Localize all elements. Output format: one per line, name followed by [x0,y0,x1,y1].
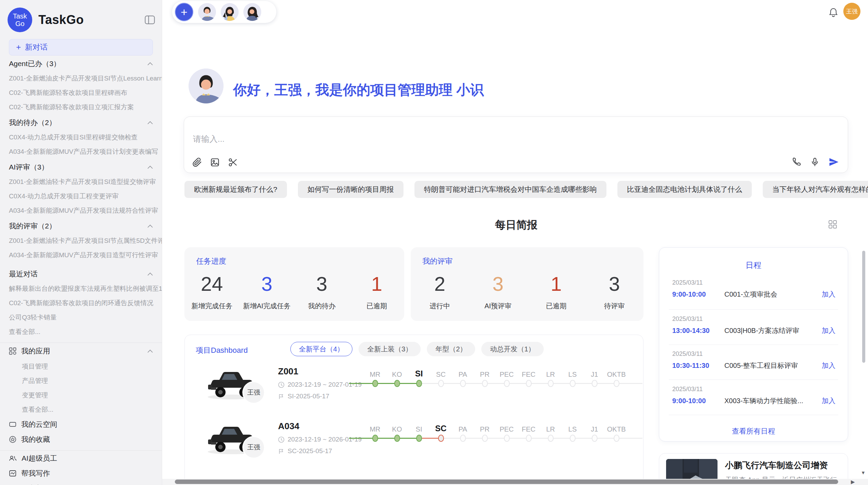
recent-chat-item[interactable]: C02-飞腾新能源轻客改款项目的闭环通告反馈情况 [0,296,162,310]
sidebar-item[interactable]: A034-全新新能源MUV产品开发项目计划变更表编写 [0,145,162,159]
project-date-range: 2023-12-19 ~ 2027-01-19 [288,381,362,388]
project-row[interactable]: 王强 A034 2023-12-19 ~ 2026-01-19 SC-2025-… [185,418,643,470]
taskgo-logo: Task Go [8,8,32,32]
tab-model-year[interactable]: 年型（2） [427,342,475,356]
chevron-up-icon [147,62,153,65]
join-link[interactable]: 加入 [822,290,835,299]
app-screen: Task Go TaskGo + 新对话 Agent已办（3） Z001-全新燃… [0,0,868,485]
new-chat-button[interactable]: + 新对话 [9,39,153,55]
suggestion-chip[interactable]: 欧洲新规最近颁布了什么? [184,181,287,198]
sidebar-item[interactable]: A034-全新新能源MUV产品开发项目法规符合性评审 [0,203,162,218]
my-apps-header[interactable]: 我的应用 [0,343,162,359]
ai-super-staff-label: AI超级员工 [22,453,57,463]
project-row[interactable]: 王强 Z001 2023-12-19 ~ 2027-01-19 SI-2025-… [185,363,643,415]
schedule-time: 13:00-14:30 [672,327,724,335]
dashboard-tabs: 全新平台（4） 全新上装（3） 年型（2） 动总开发（1） [290,342,544,356]
app-item-project-mgmt[interactable]: 项目管理 [0,359,162,374]
horizontal-scrollbar-thumb[interactable] [175,480,838,484]
section-agent-done[interactable]: Agent已办（3） [0,56,162,71]
my-favorites[interactable]: 我的收藏 [0,432,162,447]
milestone: PA [452,422,474,442]
suggestion-chip[interactable]: 特朗普可能对进口汽车增税会对中国车企造成哪些影响 [414,181,606,198]
join-link[interactable]: 加入 [822,326,835,335]
project-date-range: 2023-12-19 ~ 2026-01-19 [288,436,362,443]
sidebar-item[interactable]: Z001-全新燃油皮卡产品开发项目SI节点Lesson Learn报告 [0,71,162,86]
apps-view-all[interactable]: 查看全部... [0,402,162,417]
schedule-item: 2025/03/11 13:00-14:30 C003|H0B-方案冻结评审 加… [672,315,835,335]
notification-bell-icon[interactable] [829,8,838,17]
recent-chat-item[interactable]: 公司Q3轻卡销量 [0,310,162,325]
creative-drawing[interactable]: 创意制图 [0,481,162,485]
stat: 1已逾期 [527,271,586,311]
add-member-button[interactable]: + [175,3,193,21]
section-title: 我的评审（2） [9,221,56,231]
app-item-product-mgmt[interactable]: 产品管理 [0,374,162,388]
view-all-schedule-link[interactable]: 查看所有日程 [659,426,848,436]
project-owner-badge: 王强 [242,436,265,459]
microphone-icon[interactable] [810,157,820,167]
stat-label: AI预评审 [469,301,527,311]
sidebar-item[interactable]: Z001-全新燃油轻卡产品开发项目SI节点属性5D文件评审 [0,234,162,248]
avatar[interactable] [243,3,261,21]
stat-value: 3 [469,271,527,297]
suggestion-chip[interactable]: 如何写一份清晰的项目周报 [298,181,403,198]
send-toolbar [792,157,839,167]
scroll-down-arrow-icon[interactable]: ▼ [861,470,866,475]
vertical-scrollbar-thumb[interactable] [862,251,865,363]
project-flag-text: SC-2025-05-17 [288,447,332,455]
greeting-text: 你好，王强，我是你的项目管理助理 小识 [233,80,484,99]
sidebar-item[interactable]: A034-全新新能源MUV产品开发项目造型可行性评审 [0,248,162,262]
section-my-todo[interactable]: 我的待办（2） [0,115,162,130]
collapse-sidebar-icon[interactable] [145,15,155,24]
paperclip-icon[interactable] [192,158,202,167]
schedule-name: C001-立项审批会 [724,290,822,299]
avatar[interactable] [221,3,239,21]
divider [669,380,838,380]
scroll-right-arrow-icon[interactable]: ▶ [851,479,855,485]
section-title: Agent已办（3） [9,59,61,69]
schedule-name: C005-整车工程目标评审 [724,361,822,370]
milestone: KO [386,422,408,442]
sidebar: Task Go TaskGo + 新对话 Agent已办（3） Z001-全新燃… [0,0,162,485]
tab-platform[interactable]: 全新平台（4） [290,342,352,356]
user-avatar[interactable]: 王强 [843,3,860,20]
stat-value: 3 [585,271,643,297]
milestone: MR [364,368,386,387]
section-recent-chats[interactable]: 最近对话 [0,266,162,282]
stat-value: 1 [527,271,586,297]
stat: 24新增完成任务 [184,271,239,311]
sidebar-item[interactable]: C02-飞腾新能源轻客改款项目里程碑画布 [0,86,162,100]
join-link[interactable]: 加入 [822,361,835,370]
my-cloud-space[interactable]: 我的云空间 [0,417,162,432]
milestone: LS [562,422,583,442]
suggestion-chip[interactable]: 比亚迪全固态电池计划具体说了什么 [617,181,752,198]
send-icon[interactable] [829,157,839,167]
recent-view-all[interactable]: 查看全部... [0,325,162,339]
sidebar-item[interactable]: Z001-全新燃油轻卡产品开发项目SI造型提交物评审 [0,175,162,189]
recent-chat-item[interactable]: 解释最新出台的欧盟报废车法规再生塑料比例被调至15%... [0,282,162,296]
scissors-icon[interactable] [228,158,238,167]
app-item-change-mgmt[interactable]: 变更管理 [0,388,162,402]
stat: 2进行中 [411,271,469,311]
section-my-review[interactable]: 我的评审（2） [0,219,162,234]
phone-icon[interactable] [792,157,801,167]
tab-upfit[interactable]: 全新上装（3） [359,342,421,356]
tab-powertrain[interactable]: 动总开发（1） [481,342,543,356]
section-ai-review[interactable]: AI评审（3） [0,160,162,175]
milestone: LS [562,368,583,387]
layout-grid-icon[interactable] [828,220,837,229]
milestone-stepper: MR KO SI SC PA PR PEC FEC LR LS J1 OKTB [364,368,627,395]
sidebar-item[interactable]: C02-飞腾新能源轻客改款项目立项汇报方案 [0,100,162,114]
sidebar-item[interactable]: C0X4-动力总成开发项目工程变更评审 [0,189,162,203]
ai-super-staff[interactable]: AI超级员工 [0,451,162,466]
avatar[interactable] [198,3,216,21]
join-link[interactable]: 加入 [822,396,835,406]
suggestion-chip[interactable]: 当下年轻人对汽车外观有怎样的喜好趋势 [763,181,868,198]
image-attach-icon[interactable] [210,158,220,167]
help-me-write[interactable]: 帮我写作 [0,466,162,481]
project-dashboard-card: 项目Dashboard 全新平台（4） 全新上装（3） 年型（2） 动总开发（1… [184,335,643,485]
stat-label: 待评审 [585,301,643,311]
sidebar-item[interactable]: C0X4-动力总成开发项目SI里程碑提交物检查 [0,130,162,145]
flag-icon [278,393,285,400]
chat-input[interactable] [192,134,674,144]
